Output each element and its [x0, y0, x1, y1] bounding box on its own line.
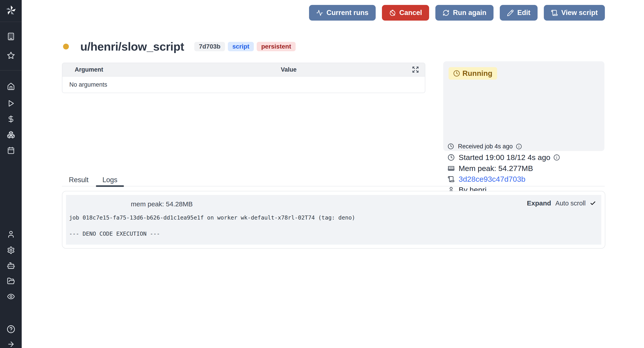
info-icon[interactable]	[516, 143, 522, 150]
memory-icon	[448, 165, 454, 172]
clock-icon	[453, 70, 460, 77]
sidebar-item-runs[interactable]	[0, 97, 22, 110]
scroll-icon	[551, 10, 558, 16]
sidebar-item-audit-logs[interactable]	[0, 290, 22, 303]
column-header-value: Value	[281, 66, 297, 73]
pencil-icon	[507, 10, 514, 16]
button-label: View script	[561, 9, 598, 17]
log-panel: mem peak: 54.28MB Expand Auto scroll job…	[62, 191, 605, 249]
toolbar: Current runs Cancel Run again Edit View …	[309, 5, 605, 21]
started-row: Started 19:00 18/12 4s ago	[448, 153, 560, 162]
sidebar-expand-toggle[interactable]	[0, 338, 22, 348]
log-controls: Expand Auto scroll	[527, 199, 596, 207]
button-label: Edit	[517, 9, 530, 17]
hash-badge: 7d703b	[194, 42, 225, 51]
calendar-icon	[7, 147, 15, 154]
star-icon	[7, 52, 15, 60]
sidebar-item-folders[interactable]	[0, 275, 22, 287]
empty-message: No arguments	[69, 81, 107, 88]
button-label: Cancel	[399, 9, 422, 17]
cancel-timer-icon	[389, 10, 396, 16]
clock-icon	[448, 154, 454, 161]
sidebar-item-home[interactable]	[0, 80, 22, 93]
button-label: Current runs	[326, 9, 368, 17]
tab-result[interactable]: Result	[62, 174, 96, 186]
building-icon	[7, 33, 15, 41]
robot-icon	[7, 261, 15, 270]
mem-peak-row: Mem peak: 54.277MB	[448, 164, 533, 173]
help-circle-icon	[7, 325, 15, 333]
job-status-panel: Running Received job 4s ago Started 19:0…	[443, 61, 604, 151]
sidebar-item-favorites[interactable]	[0, 49, 22, 62]
table-row: No arguments	[62, 77, 425, 93]
eye-icon	[7, 292, 15, 300]
log-expand-button[interactable]: Expand	[527, 199, 551, 207]
arrow-right-icon	[7, 340, 15, 348]
sidebar-divider	[0, 70, 22, 71]
sidebar-item-account[interactable]	[0, 228, 22, 241]
sidebar-item-settings[interactable]	[0, 244, 22, 257]
mem-peak-text: Mem peak: 54.277MB	[459, 164, 533, 173]
arguments-table: Argument Value No arguments	[62, 63, 425, 93]
current-runs-button[interactable]: Current runs	[309, 5, 376, 21]
page-title: u/henri/slow_script	[80, 40, 184, 53]
arguments-table-header: Argument Value	[62, 63, 425, 77]
started-text: Started 19:00 18/12 4s ago	[459, 153, 550, 162]
windmill-logo-icon	[6, 5, 16, 16]
windmill-logo[interactable]	[0, 4, 22, 17]
received-text: Received job 4s ago	[458, 143, 513, 150]
tab-logs[interactable]: Logs	[96, 174, 124, 186]
log-mem-peak: mem peak: 54.28MB	[131, 200, 193, 208]
cancel-button[interactable]: Cancel	[382, 5, 429, 21]
log-viewer: mem peak: 54.28MB Expand Auto scroll job…	[66, 195, 601, 245]
button-label: Run again	[453, 9, 486, 17]
run-again-button[interactable]: Run again	[435, 5, 494, 21]
home-icon	[7, 83, 15, 91]
boxes-icon	[7, 131, 15, 139]
sidebar-item-help[interactable]	[0, 323, 22, 336]
running-label: Running	[462, 69, 492, 78]
sidebar-item-variables[interactable]	[0, 113, 22, 126]
view-script-button[interactable]: View script	[544, 5, 605, 21]
sidebar-item-workers[interactable]	[0, 259, 22, 272]
result-logs-tabs: Result Logs	[62, 174, 605, 186]
check-icon[interactable]	[590, 200, 596, 206]
clock-icon	[448, 143, 454, 150]
refresh-icon	[442, 10, 450, 16]
edit-button[interactable]: Edit	[500, 5, 538, 21]
expand-table-icon[interactable]	[412, 66, 419, 73]
page-header: u/henri/slow_script 7d703b script persis…	[63, 38, 296, 55]
status-dot	[63, 44, 69, 50]
kind-badge: script	[228, 42, 254, 51]
folder-open-icon	[7, 277, 15, 285]
sidebar-divider	[0, 22, 22, 22]
badges: 7d703b script persistent	[194, 42, 296, 51]
info-icon[interactable]	[554, 154, 560, 161]
running-status-badge: Running	[448, 67, 497, 80]
auto-scroll-label[interactable]: Auto scroll	[556, 200, 586, 207]
sidebar-item-workspace[interactable]	[0, 30, 22, 43]
gear-icon	[7, 246, 15, 254]
play-icon	[7, 100, 15, 107]
sidebar-item-resources[interactable]	[0, 128, 22, 141]
activity-icon	[316, 10, 323, 16]
log-output: job 018c7e15-fa75-13d6-b626-dd1c1ea95e1f…	[69, 214, 355, 238]
sidebar	[0, 0, 22, 348]
column-header-argument: Argument	[75, 66, 103, 73]
user-icon	[7, 230, 15, 238]
dollar-icon	[7, 115, 15, 123]
sidebar-item-schedules[interactable]	[0, 144, 22, 157]
received-row: Received job 4s ago	[448, 142, 522, 150]
persistent-badge: persistent	[257, 42, 296, 51]
